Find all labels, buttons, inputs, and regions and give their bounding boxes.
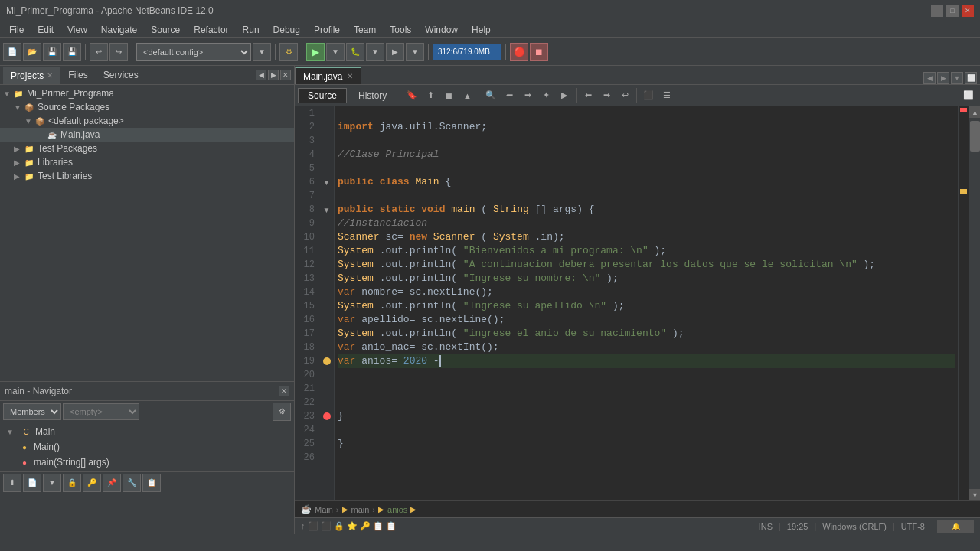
bc-anios[interactable]: anios — [387, 505, 407, 514]
nav-btn-4[interactable]: 🔒 — [63, 474, 81, 492]
toggle-bookmark-btn[interactable]: 🔖 — [403, 87, 420, 104]
status-icon-1[interactable]: ↑ — [301, 521, 305, 530]
nav-btn-5[interactable]: 🔑 — [83, 474, 101, 492]
panel-close-button[interactable]: ✕ — [280, 70, 291, 80]
menu-item-debug[interactable]: Debug — [267, 23, 306, 37]
scroll-thumb[interactable] — [970, 121, 980, 152]
main-java-tab[interactable]: Main.java ✕ — [295, 67, 361, 84]
config-dropdown-button[interactable]: ▼ — [253, 43, 271, 61]
files-tab[interactable]: Files — [60, 67, 95, 84]
menu-item-edit[interactable]: Edit — [31, 23, 60, 37]
nav-class-main[interactable]: ▼ C Main — [0, 424, 294, 439]
status-icon-2[interactable]: ⬛ — [308, 521, 318, 530]
scroll-down-btn[interactable]: ▼ — [969, 489, 980, 500]
tab-expand-button[interactable]: ⬜ — [965, 72, 977, 84]
nav-btn-6[interactable]: 📌 — [103, 474, 121, 492]
debug-button[interactable]: 🐛 — [346, 43, 364, 61]
new-file-button[interactable]: 📄 — [3, 43, 21, 61]
nav-fwd-btn[interactable]: ➡ — [598, 87, 615, 104]
tab-list-button[interactable]: ▼ — [951, 72, 963, 84]
menu-item-navigate[interactable]: Navigate — [95, 23, 143, 37]
nav-back-btn[interactable]: ⬅ — [580, 87, 596, 104]
nav-btn-7[interactable]: 🔧 — [122, 474, 141, 492]
debug-dropdown-button[interactable]: ▼ — [366, 43, 384, 61]
nav-btn-3[interactable]: ▼ — [43, 474, 61, 492]
split-btn[interactable]: ⬛ — [640, 87, 657, 104]
tree-default-package[interactable]: ▼ 📦 <default package> — [0, 114, 294, 128]
highlight-btn[interactable]: ✦ — [537, 87, 554, 104]
menu-item-help[interactable]: Help — [466, 23, 497, 37]
menu-item-refactor[interactable]: Refactor — [188, 23, 234, 37]
nav-close-button[interactable]: ✕ — [279, 386, 289, 396]
empty-select[interactable]: <empty> — [63, 403, 139, 420]
float-btn[interactable]: ⬜ — [960, 87, 977, 104]
maximize-button[interactable]: □ — [946, 5, 959, 17]
run-dropdown-button[interactable]: ▼ — [326, 43, 345, 61]
minimize-button[interactable]: — — [931, 5, 943, 17]
nav-btn-2[interactable]: 📄 — [23, 474, 41, 492]
notifications-btn[interactable]: 🔔 — [937, 520, 974, 533]
panel-maximize-button[interactable]: ▶ — [268, 70, 279, 80]
build-button[interactable]: ⚙ — [279, 43, 298, 61]
nav-btn-1[interactable]: ⬆ — [3, 474, 21, 492]
fold-btn[interactable]: ▶ — [556, 87, 573, 104]
tab-prev-button[interactable]: ◀ — [923, 72, 936, 84]
tree-libraries[interactable]: ▶ 📁 Libraries — [0, 155, 294, 169]
menu-item-file[interactable]: File — [3, 23, 30, 37]
projects-tab[interactable]: Projects ✕ — [3, 67, 60, 84]
prev-bookmark-btn[interactable]: ⬆ — [422, 87, 439, 104]
menu-item-run[interactable]: Run — [237, 23, 266, 37]
next-error-btn[interactable]: ➡ — [519, 87, 536, 104]
profile-button[interactable]: ▶ — [386, 43, 404, 61]
status-icon-4[interactable]: 🔒 — [334, 521, 345, 530]
menu-item-tools[interactable]: Tools — [384, 23, 417, 37]
run-button[interactable]: ▶ — [306, 43, 325, 61]
prev-error-btn[interactable]: ⬅ — [501, 87, 518, 104]
config-select[interactable]: <default config> — [136, 43, 251, 61]
close-button[interactable]: ✕ — [962, 5, 974, 17]
status-icon-6[interactable]: 🔑 — [360, 521, 371, 530]
tab-close-button[interactable]: ✕ — [347, 72, 353, 80]
task-btn[interactable]: ☰ — [658, 87, 675, 104]
tree-test-libraries[interactable]: ▶ 📁 Test Libraries — [0, 169, 294, 183]
last-edit-btn[interactable]: ↩ — [616, 87, 633, 104]
prev-breakpoint-btn[interactable]: ▲ — [459, 87, 475, 104]
tree-source-packages[interactable]: ▼ 📦 Source Packages — [0, 100, 294, 114]
projects-tab-close[interactable]: ✕ — [47, 71, 53, 80]
status-icon-3[interactable]: ⬛ — [321, 521, 332, 530]
tree-root[interactable]: ▼ 📁 Mi_Primer_Programa — [0, 86, 294, 100]
menu-item-source[interactable]: Source — [145, 23, 186, 37]
nav-method-main[interactable]: ● main(String[] args) — [0, 455, 294, 470]
scroll-up-btn[interactable]: ▲ — [969, 106, 980, 118]
scroll-track[interactable] — [969, 118, 980, 489]
status-icon-5[interactable]: ⭐ — [347, 521, 358, 530]
services-tab[interactable]: Services — [96, 67, 146, 84]
save-all-button[interactable]: 💾 — [63, 43, 81, 61]
status-icon-7[interactable]: 📋 — [373, 521, 384, 530]
panel-restore-button[interactable]: ◀ — [256, 70, 266, 80]
bc-method[interactable]: main — [351, 505, 370, 514]
tree-main-java[interactable]: ☕ Main.java — [0, 128, 294, 142]
profile-dropdown-button[interactable]: ▼ — [406, 43, 424, 61]
source-tab[interactable]: Source — [298, 88, 347, 103]
editor-scrollbar[interactable]: ▲ ▼ — [969, 106, 980, 500]
menu-item-window[interactable]: Window — [419, 23, 464, 37]
stop-button[interactable]: ⏹ — [530, 43, 548, 61]
menu-item-team[interactable]: Team — [348, 23, 382, 37]
tree-test-packages[interactable]: ▶ 📁 Test Packages — [0, 142, 294, 155]
save-button[interactable]: 💾 — [43, 43, 61, 61]
members-select[interactable]: Members — [3, 403, 61, 420]
nav-config-button[interactable]: ⚙ — [273, 403, 291, 421]
menu-item-view[interactable]: View — [61, 23, 93, 37]
redo-button[interactable]: ↪ — [109, 43, 128, 61]
open-file-button[interactable]: 📂 — [23, 43, 41, 61]
tab-next-button[interactable]: ▶ — [937, 72, 949, 84]
search-btn[interactable]: 🔍 — [482, 87, 499, 104]
undo-button[interactable]: ↩ — [90, 43, 108, 61]
nav-constructor[interactable]: ● Main() — [0, 439, 294, 455]
status-icon-8[interactable]: 📋 — [386, 521, 397, 530]
bc-main[interactable]: Main — [315, 505, 333, 514]
history-tab[interactable]: History — [348, 88, 397, 103]
toggle-breakpoint-btn[interactable]: ⏹ — [440, 87, 457, 104]
nav-btn-8[interactable]: 📋 — [142, 474, 161, 492]
